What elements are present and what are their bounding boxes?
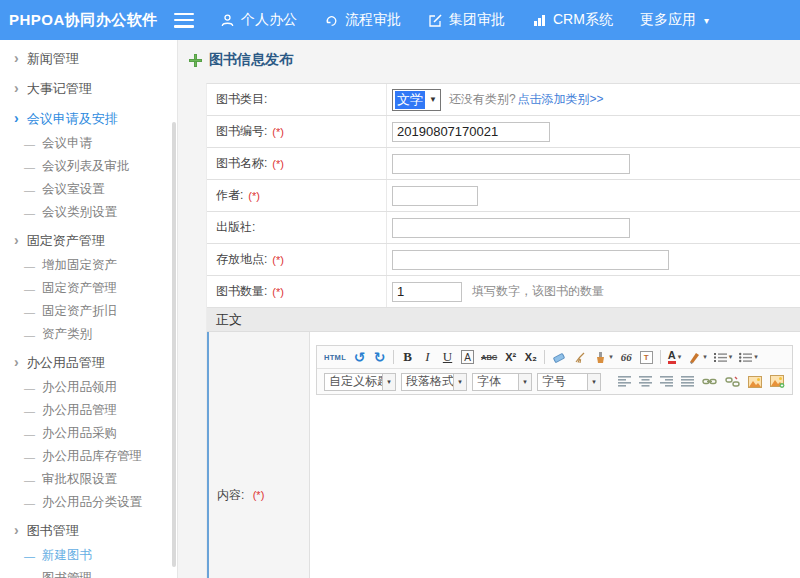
dash-icon: — [24,161,35,173]
highlight-color-icon[interactable]: ▾ [688,348,707,366]
field-label: 图书类目: [216,91,267,108]
bold-icon[interactable]: B [401,348,414,366]
sidebar-item-events-mgmt[interactable]: › 大事记管理 [0,76,177,102]
ordered-list-icon[interactable]: ▾ [714,348,733,366]
sidebar-item-asset-category[interactable]: — 资产类别 [0,323,177,346]
custom-title-select[interactable]: 自定义标题 ▾ [324,373,396,391]
sidebar-item-label: 资产类别 [42,326,92,343]
author-input[interactable] [392,186,478,206]
nav-workflow-approval[interactable]: 流程审批 [324,11,401,29]
publisher-input[interactable] [392,218,630,238]
sidebar-item-label: 图书管理 [27,522,79,540]
strikethrough-icon[interactable]: ABC [481,348,497,366]
sidebar-item-label: 会议申请 [42,135,92,152]
align-justify-icon[interactable] [681,373,694,391]
paragraph-format-select[interactable]: 段落格式 ▾ [401,373,467,391]
sidebar-item-news-mgmt[interactable]: › 新闻管理 [0,46,177,72]
field-label: 出版社: [216,219,255,236]
sidebar-nav: › 新闻管理 › 大事记管理 › 会议申请及安排 — 会议申请 — 会议列表及审… [0,40,178,578]
book-name-input[interactable] [392,154,630,174]
dash-icon: — [24,550,35,562]
form-row-quantity: 图书数量: (*) 填写数字，该图书的数量 [207,276,800,308]
dash-icon: — [24,184,35,196]
blockquote-icon[interactable]: 66 [620,348,633,366]
hamburger-menu-icon[interactable] [174,13,194,28]
sidebar-item-label: 审批权限设置 [42,471,117,488]
sidebar-item-label: 图书管理 [42,570,92,578]
sidebar-item-asset-add[interactable]: — 增加固定资产 [0,254,177,277]
sidebar-item-book-mgmt[interactable]: › 图书管理 [0,518,177,544]
sidebar-item-meeting-mgmt[interactable]: › 会议申请及安排 [0,106,177,132]
sidebar-item-supplies-requisition[interactable]: — 办公用品领用 [0,376,177,399]
nav-more-apps[interactable]: 更多应用 ▾ [640,11,709,29]
sidebar-item-meeting-list[interactable]: — 会议列表及审批 [0,155,177,178]
sidebar-item-label: 固定资产管理 [42,280,117,297]
sidebar-item-supplies-category[interactable]: — 办公用品分类设置 [0,491,177,514]
nav-crm-system[interactable]: CRM系统 [532,11,613,29]
caret-down-icon: ▾ [453,374,466,390]
toolbar-separator [660,350,661,364]
align-left-icon[interactable] [618,373,631,391]
redo-icon[interactable]: ↻ [373,348,386,366]
sidebar-item-meeting-category[interactable]: — 会议类别设置 [0,201,177,224]
font-size-select[interactable]: 字号 ▾ [537,373,601,391]
nav-personal-office[interactable]: 个人办公 [220,11,297,29]
superscript-icon[interactable]: X² [504,348,517,366]
category-select[interactable]: 文学 ▼ [392,89,441,111]
italic-icon[interactable]: I [421,348,434,366]
dash-icon: — [24,428,35,440]
unordered-list-icon[interactable]: ▾ [739,348,758,366]
sidebar-item-approval-permission[interactable]: — 审批权限设置 [0,468,177,491]
quantity-input[interactable] [392,282,462,302]
font-family-select[interactable]: 字体 ▾ [472,373,532,391]
subscript-icon[interactable]: X₂ [524,348,537,366]
link-icon[interactable] [702,373,717,391]
sidebar-item-asset-mgmt[interactable]: › 固定资产管理 [0,228,177,254]
location-input[interactable] [392,250,669,270]
eraser-icon[interactable] [552,348,566,366]
field-label: 图书名称: [216,155,267,172]
font-color-icon[interactable]: A ▾ [668,348,681,366]
field-label: 图书数量: [216,283,267,300]
plus-icon [189,54,202,67]
char-border-icon[interactable]: A [461,350,474,364]
sidebar-item-supplies-inventory[interactable]: — 办公用品库存管理 [0,445,177,468]
nav-group-approval[interactable]: 集团审批 [428,11,505,29]
align-right-icon[interactable] [660,373,673,391]
sidebar-item-book-manage[interactable]: — 图书管理 [0,567,177,578]
dash-icon: — [24,329,35,341]
undo-icon[interactable]: ↺ [353,348,366,366]
sidebar-item-book-new[interactable]: — 新建图书 [0,544,177,567]
sidebar-item-supplies-purchase[interactable]: — 办公用品采购 [0,422,177,445]
sidebar-item-meeting-room[interactable]: — 会议室设置 [0,178,177,201]
paste-text-icon[interactable]: T [640,351,653,364]
sidebar-item-label: 大事记管理 [27,80,92,98]
align-center-icon[interactable] [639,373,652,391]
sidebar-item-label: 办公用品库存管理 [42,448,142,465]
sidebar-item-asset-manage[interactable]: — 固定资产管理 [0,277,177,300]
insert-image-icon[interactable] [770,373,785,391]
book-number-input[interactable] [392,122,550,142]
sidebar-item-label: 会议类别设置 [42,204,117,221]
sidebar-item-supplies-mgmt[interactable]: › 办公用品管理 [0,350,177,376]
sidebar-item-asset-depreciation[interactable]: — 固定资产折旧 [0,300,177,323]
sidebar-item-label: 固定资产管理 [27,232,105,250]
category-selected-value: 文学 [395,91,425,109]
underline-icon[interactable]: U [441,348,454,366]
add-category-link[interactable]: 点击添加类别>> [518,91,604,108]
image-icon[interactable] [748,373,762,391]
sidebar-scrollbar[interactable] [172,122,176,567]
form-row-location: 存放地点: (*) [207,244,800,276]
caret-down-icon: ▾ [518,374,531,390]
unlink-icon[interactable] [725,373,740,391]
format-painter-icon[interactable]: ▾ [594,348,613,366]
form-row-content: 内容: (*) HTML ↺ ↻ B I U A ABC X² [207,332,800,578]
sidebar-item-meeting-apply[interactable]: — 会议申请 [0,132,177,155]
sidebar-item-label: 新闻管理 [27,50,79,68]
source-html-icon[interactable]: HTML [324,348,346,366]
clear-format-icon[interactable] [573,348,587,366]
sidebar-item-label: 办公用品采购 [42,425,117,442]
sidebar-item-supplies-manage[interactable]: — 办公用品管理 [0,399,177,422]
editor-content-area[interactable] [310,395,800,578]
rich-text-editor: HTML ↺ ↻ B I U A ABC X² X₂ [310,332,800,578]
